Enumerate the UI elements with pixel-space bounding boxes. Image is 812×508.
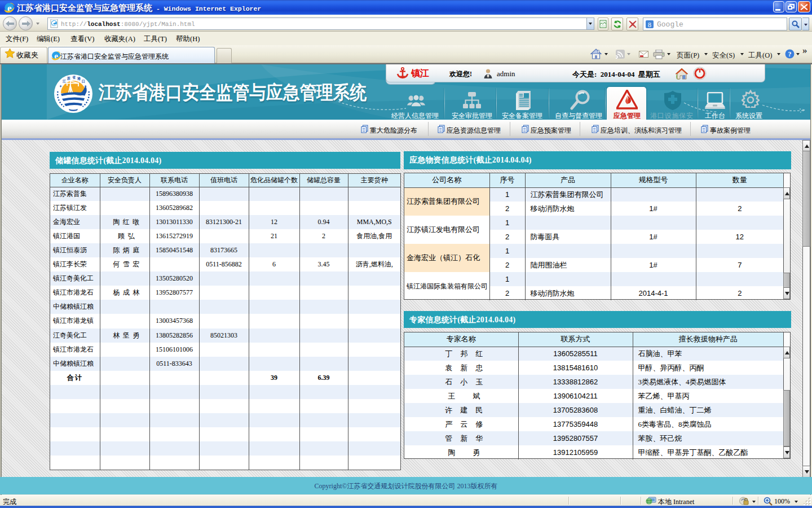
svg-text:江: 江 bbox=[62, 80, 66, 84]
svg-text:✦: ✦ bbox=[84, 85, 87, 88]
svg-text:8: 8 bbox=[648, 21, 651, 29]
svg-text:苏: 苏 bbox=[67, 76, 70, 81]
svg-text:港: 港 bbox=[77, 76, 81, 81]
svg-text:✦: ✦ bbox=[59, 85, 62, 88]
svg-text:省: 省 bbox=[72, 75, 76, 80]
svg-text:?: ? bbox=[788, 50, 792, 58]
svg-text:口: 口 bbox=[82, 80, 85, 84]
